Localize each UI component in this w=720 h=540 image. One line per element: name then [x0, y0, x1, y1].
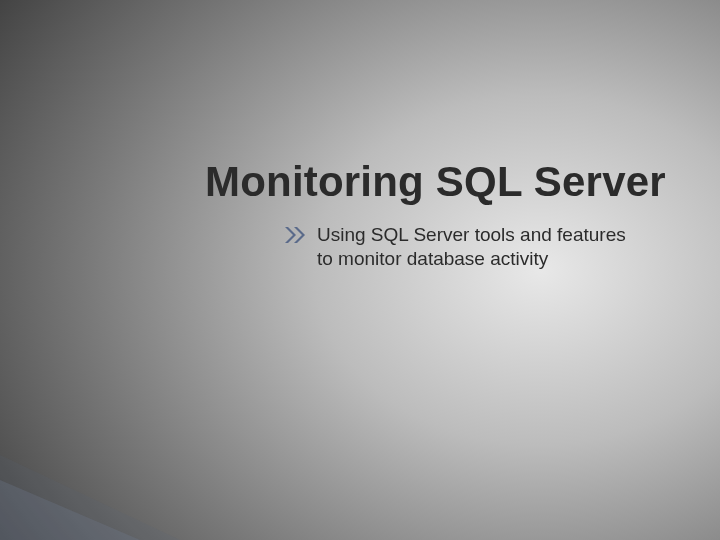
- slide-background: Monitoring SQL Server Using SQL Server t…: [0, 0, 720, 540]
- slide-subtitle: Using SQL Server tools and features to m…: [317, 223, 627, 271]
- slide-title: Monitoring SQL Server: [205, 158, 666, 206]
- corner-decoration: [0, 480, 140, 540]
- subtitle-block: Using SQL Server tools and features to m…: [285, 223, 627, 271]
- double-chevron-right-icon: [285, 227, 307, 247]
